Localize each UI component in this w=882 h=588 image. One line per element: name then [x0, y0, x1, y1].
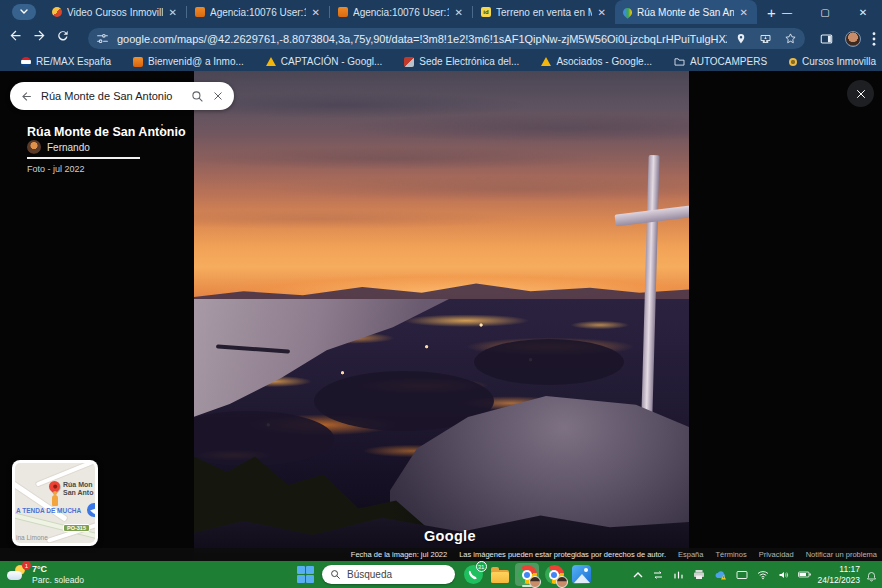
photos-app[interactable]: [569, 563, 593, 586]
street-photo[interactable]: [194, 71, 689, 561]
sync-arrows-icon[interactable]: [652, 570, 664, 580]
tab-title: Agencia:10076 User:155809: [353, 7, 449, 18]
weather-widget[interactable]: 1 7°C Parc. soleado: [7, 564, 84, 585]
cloud-icon: [7, 571, 22, 580]
maximize-button[interactable]: ▢: [806, 0, 844, 24]
bookmark-remax[interactable]: RE/MAX España: [12, 56, 120, 67]
folder-icon: [674, 57, 685, 66]
tab-close-icon[interactable]: ✕: [597, 7, 607, 18]
minimize-button[interactable]: —: [768, 0, 806, 24]
weather-temp: 7°C: [32, 564, 84, 575]
reload-icon: [56, 29, 70, 43]
whatsapp-icon: 31: [464, 565, 483, 584]
url-text[interactable]: google.com/maps/@42.2629761,-8.8073804,3…: [117, 33, 727, 45]
tab-video-cursos[interactable]: Video Cursos Inmovilla ✕: [44, 0, 186, 24]
printer-icon[interactable]: [693, 569, 705, 580]
taskbar-search[interactable]: Búsqueda: [322, 565, 455, 584]
notification-bell-icon[interactable]: [866, 568, 877, 586]
chevron-down-icon: [20, 9, 28, 15]
search-icon[interactable]: [191, 90, 204, 103]
tab-title: Video Cursos Inmovilla: [67, 7, 163, 18]
weather-condition: Parc. soleado: [32, 575, 84, 585]
maps-search-input[interactable]: Rúa Monte de San Antonio: [41, 90, 183, 102]
windows-taskbar: 1 7°C Parc. soleado Búsqueda 31: [0, 561, 882, 588]
close-photo-button[interactable]: [847, 80, 874, 107]
whatsapp-app[interactable]: 31: [461, 563, 485, 586]
tablet-icon[interactable]: [736, 570, 748, 580]
map-direction-arrow-icon[interactable]: [87, 503, 95, 517]
back-button[interactable]: [8, 28, 23, 43]
speaker-icon[interactable]: [778, 570, 789, 580]
tab-agencia-1[interactable]: Agencia:10076 User:155809 ✕: [187, 0, 329, 24]
link-terminos[interactable]: Términos: [715, 550, 746, 559]
onedrive-warning-icon[interactable]: [714, 570, 727, 580]
side-panel-icon[interactable]: [819, 32, 834, 46]
tab-title: Agencia:10076 User:155809: [210, 7, 306, 18]
taskbar-apps: 31: [461, 563, 593, 586]
bookmark-star-icon[interactable]: [784, 32, 797, 45]
maps-pin-favicon-icon: [621, 6, 634, 19]
taskbar-search-placeholder: Búsqueda: [347, 569, 392, 580]
tab-close-icon[interactable]: ✕: [739, 7, 749, 18]
back-arrow-icon[interactable]: [20, 90, 33, 103]
start-button[interactable]: [297, 566, 314, 583]
file-explorer-app[interactable]: [488, 563, 512, 586]
photos-icon: [572, 565, 591, 584]
close-window-button[interactable]: ✕: [844, 0, 882, 24]
bookmark-cursos-1[interactable]: Cursos Inmovilla: [780, 56, 882, 67]
minimap[interactable]: Rúa Mon San Anto A TENDA DE MUCHA PO-315…: [12, 460, 98, 546]
bookmark-autocampers-folder[interactable]: AUTOCAMPERS: [665, 56, 776, 67]
back-arrow-icon: [8, 28, 23, 43]
bookmark-bienvenida[interactable]: Bienvenid@ a Inmo...: [124, 56, 253, 67]
inmovilla-favicon-icon: [195, 7, 205, 17]
tab-search-chevron[interactable]: [12, 4, 36, 20]
maps-search-bar[interactable]: Rúa Monte de San Antonio: [10, 82, 234, 110]
hidden-icons-chevron-icon[interactable]: [633, 571, 643, 579]
chrome-app-active[interactable]: [515, 563, 539, 586]
idealista-favicon-icon: id: [481, 7, 491, 17]
window-controls: — ▢ ✕: [768, 0, 882, 24]
profile-avatar[interactable]: [845, 31, 861, 47]
location-pin-icon[interactable]: [735, 33, 747, 45]
map-store-label: A TENDA DE MUCHA: [16, 507, 81, 514]
browser-toolbar: google.com/maps/@42.2629761,-8.8073804,3…: [0, 24, 882, 52]
chrome-app-second[interactable]: [542, 563, 566, 586]
tab-agencia-2[interactable]: Agencia:10076 User:155809 ✕: [330, 0, 472, 24]
tab-close-icon[interactable]: ✕: [311, 7, 321, 18]
file-explorer-icon: [491, 570, 509, 583]
weather-badge: 1: [22, 561, 31, 570]
clear-search-icon[interactable]: [212, 90, 224, 102]
tab-terreno[interactable]: id Terreno en venta en Monte Sa... ✕: [473, 0, 615, 24]
bookmark-asociados[interactable]: Asociados - Google...: [532, 56, 661, 67]
bookmark-label: RE/MAX España: [36, 56, 111, 67]
address-bar[interactable]: google.com/maps/@42.2629761,-8.8073804,3…: [88, 28, 805, 49]
clock-time: 11:17: [817, 564, 860, 575]
tab-rua-monte-active[interactable]: Rúa Monte de San Antonio - G... ✕: [615, 0, 757, 24]
tab-close-icon[interactable]: ✕: [454, 7, 464, 18]
link-notificar[interactable]: Notificar un problema: [806, 550, 877, 559]
equalizer-icon[interactable]: [673, 570, 684, 580]
wifi-icon[interactable]: [757, 570, 769, 580]
tab-close-icon[interactable]: ✕: [168, 7, 178, 18]
tabs: Video Cursos Inmovilla ✕ Agencia:10076 U…: [44, 0, 757, 24]
system-tray: [633, 561, 811, 588]
site-info-tune-icon[interactable]: [96, 32, 109, 45]
bookmark-label: Sede Electrónica del...: [419, 56, 519, 67]
browser-menu-kebab-icon[interactable]: [872, 32, 876, 46]
bookmark-sede[interactable]: Sede Electrónica del...: [395, 56, 528, 67]
forward-button[interactable]: [32, 28, 47, 43]
minimap-canvas[interactable]: Rúa Mon San Anto A TENDA DE MUCHA PO-315…: [15, 463, 95, 543]
chrome-profile-avatar: [529, 576, 541, 588]
link-espana[interactable]: España: [678, 550, 703, 559]
send-to-device-icon[interactable]: [759, 33, 772, 45]
search-icon: [330, 569, 341, 580]
link-privacidad[interactable]: Privacidad: [759, 550, 794, 559]
photo-author[interactable]: Fernando: [27, 140, 90, 154]
pegman-icon[interactable]: [52, 495, 58, 506]
bookmark-captacion[interactable]: CAPTACIÓN - Googl...: [257, 56, 392, 67]
taskbar-clock[interactable]: 11:17 24/12/2023: [817, 564, 860, 585]
reload-button[interactable]: [56, 29, 70, 43]
battery-icon[interactable]: [798, 570, 811, 579]
photo-options-kebab-icon[interactable]: ⋮: [155, 126, 169, 142]
close-icon: [855, 88, 867, 100]
